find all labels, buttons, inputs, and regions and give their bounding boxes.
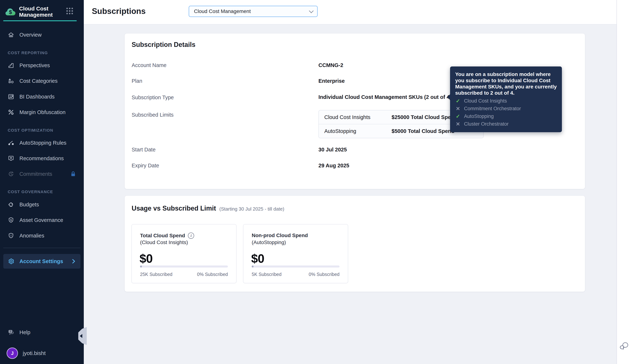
module-switcher-grid-icon[interactable] (66, 8, 74, 15)
stat-card-title: Non-prod Cloud Spend (252, 232, 308, 238)
sidebar-item-label: Budgets (20, 202, 39, 208)
account-name-label: Account Name (132, 62, 166, 68)
lock-icon (70, 171, 76, 177)
usage-title: Usage vs Subscribed Limit (132, 204, 216, 212)
sidebar-item-perspectives[interactable]: Perspectives (3, 60, 81, 71)
tooltip-item-label: Cloud Cost Insights (464, 98, 507, 104)
chevron-right-icon (70, 258, 77, 264)
sidebar-divider (3, 248, 81, 248)
module-select-dropdown[interactable]: Cloud Cost Management (189, 6, 318, 17)
page-title: Subscriptions (92, 6, 146, 16)
sidebar-item-help[interactable]: ? Help (3, 326, 81, 338)
sidebar-item-autostopping-rules[interactable]: AutoStopping Rules (3, 137, 81, 149)
stat-card-footer: 5K Subscribed 0% Subscribed (252, 272, 339, 277)
support-chat-icon[interactable] (619, 341, 629, 351)
start-date-label: Start Date (132, 147, 156, 153)
sidebar-item-label: Account Settings (20, 258, 63, 264)
avatar-initial: J (11, 350, 14, 356)
svg-text:!: ! (11, 234, 12, 237)
autostopping-lever-icon (8, 140, 14, 146)
sidebar-item-account-settings[interactable]: Account Settings (3, 254, 81, 268)
sidebar-section-cost-optimization: COST OPTIMIZATION (8, 128, 53, 133)
sidebar-item-margin-obfuscation[interactable]: Margin Obfuscation (3, 106, 81, 118)
spend-amount: $0 (139, 252, 152, 266)
app-title: Cloud Cost Management (19, 6, 61, 18)
tooltip-item-label: Cluster Orchestrator (464, 121, 509, 127)
tooltip-item-label: AutoStopping (464, 114, 494, 119)
main-content: Subscription Details Account Name CCMNG-… (84, 24, 616, 364)
info-icon[interactable]: i (188, 232, 194, 239)
sidebar-item-commitments[interactable]: Commitments (3, 168, 81, 180)
module-select-value: Cloud Cost Management (194, 8, 251, 14)
sidebar-section-cost-governance: COST GOVERNANCE (8, 190, 53, 194)
sidebar-item-label: BI Dashboards (20, 94, 55, 100)
total-cloud-spend-card: Total Cloud Spend i (Cloud Cost Insights… (131, 224, 237, 283)
sidebar-item-label: Margin Obfuscation (20, 109, 65, 115)
shield-dollar-icon: $ (8, 217, 14, 224)
recommendation-badge-icon (8, 155, 14, 162)
sidebar-item-anomalies[interactable]: ! Anomalies (3, 230, 81, 242)
sidebar-item-label: Overview (20, 32, 42, 38)
account-name-value: CCMNG-2 (318, 62, 343, 68)
svg-text:?: ? (10, 330, 11, 333)
usage-vs-limit-card: Usage vs Subscribed Limit (Starting 30 J… (125, 196, 585, 292)
subscribed-amount-label: 5K Subscribed (252, 272, 282, 277)
usage-progress-bar (140, 266, 228, 268)
subscription-details-card: Subscription Details Account Name CCMNG-… (125, 34, 585, 189)
avatar: J (7, 348, 18, 359)
tooltip-item-label: Commitment Orchestrator (464, 106, 521, 112)
subscribed-amount-label: 25K Subscribed (140, 272, 172, 277)
subscribed-limits-label: Subscribed Limits (132, 112, 174, 118)
percent-icon (8, 109, 14, 116)
cloud-dollar-logo-icon: $ (5, 7, 16, 16)
sidebar-item-label: Commitments (20, 171, 52, 177)
sidebar-item-label: Recommendations (20, 156, 64, 162)
help-chat-icon: ? (8, 329, 14, 336)
subscribed-percent-label: 0% Subscribed (309, 272, 339, 277)
check-icon: ✓ (455, 98, 461, 104)
subscription-skus-tooltip: You are on a subscription model where yo… (450, 66, 562, 132)
sidebar-item-bi-dashboards[interactable]: BI Dashboards (3, 91, 81, 102)
card-title: Subscription Details (132, 41, 195, 48)
sidebar-section-cost-reporting: COST REPORTING (8, 50, 48, 55)
cross-icon: ✕ (455, 121, 461, 127)
home-icon (8, 32, 14, 38)
sidebar-item-label: Perspectives (20, 62, 50, 68)
tooltip-item: ✕ Commitment Orchestrator (455, 106, 557, 112)
tooltip-text: You are on a subscription model where yo… (455, 71, 557, 96)
brand: $ Cloud Cost Management (5, 6, 61, 18)
spend-amount: $0 (251, 252, 264, 266)
commitments-clock-icon (8, 171, 14, 177)
stat-card-title: Total Cloud Spend (140, 233, 185, 238)
shapes-icon (8, 78, 14, 84)
sidebar-item-label: Help (20, 330, 31, 336)
check-icon: ✓ (455, 113, 461, 120)
sidebar: $ Cloud Cost Management Overview COST RE… (0, 0, 84, 364)
sidebar-item-cost-categories[interactable]: Cost Categories (3, 75, 81, 87)
sidebar-item-asset-governance[interactable]: $ Asset Governance (3, 214, 81, 226)
brand-accent-divider (3, 20, 77, 21)
usage-progress-bar (252, 266, 339, 268)
expiry-date-label: Expiry Date (132, 162, 159, 169)
stat-card-subtitle: (AutoStopping) (252, 240, 286, 245)
gear-icon (8, 258, 14, 264)
svg-text:$: $ (10, 218, 12, 222)
plan-value: Enterprise (318, 78, 345, 84)
usage-subtitle: (Starting 30 Jul 2025 - till date) (220, 206, 284, 212)
sidebar-item-budgets[interactable]: Budgets (3, 199, 81, 210)
tooltip-item: ✓ Cloud Cost Insights (455, 98, 557, 104)
subscription-type-label: Subscription Type (132, 94, 174, 100)
stat-card-footer: 25K Subscribed 0% Subscribed (140, 272, 228, 277)
tooltip-item: ✓ AutoStopping (455, 113, 557, 120)
dashboard-image-icon (8, 94, 14, 100)
sku-limit: $5000 Total Cloud Spend (391, 128, 455, 134)
plan-label: Plan (132, 78, 142, 84)
user-menu[interactable]: J jyoti.bisht (3, 346, 81, 360)
sidebar-item-recommendations[interactable]: Recommendations (3, 152, 81, 164)
shield-alert-icon: ! (8, 232, 14, 239)
expiry-date-value: 29 Aug 2025 (318, 162, 349, 169)
sidebar-item-overview[interactable]: Overview (3, 29, 81, 41)
stat-card-title-row: Non-prod Cloud Spend (252, 232, 308, 238)
sidebar-item-label: Asset Governance (20, 217, 63, 223)
sidebar-item-label: Anomalies (20, 233, 44, 239)
